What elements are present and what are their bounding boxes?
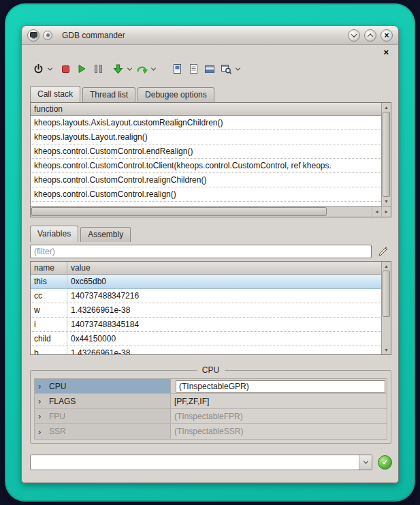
vertical-scrollbar[interactable]: ▴ ▾ (381, 262, 391, 354)
scroll-down-button[interactable]: ▾ (382, 197, 391, 206)
scrollbar-thumb[interactable] (31, 207, 327, 216)
clear-filter-icon[interactable] (376, 244, 391, 259)
chevron-down-icon (48, 65, 52, 70)
callstack-row[interactable]: kheops.layouts.Layout.realign() (31, 130, 381, 144)
callstack-row[interactable]: kheops.control.CustomControl.toClient(kh… (31, 159, 381, 173)
stop-icon (62, 65, 69, 73)
vertical-scrollbar[interactable]: ▴ ▾ (381, 103, 391, 206)
flags-row[interactable]: ›FLAGS [PF,ZF,IF] (35, 394, 387, 409)
command-input[interactable] (31, 455, 359, 470)
message-log-button[interactable] (169, 61, 185, 77)
variables-rows: this 0xc65db0 cc 140737488347216 w 1.432… (31, 275, 381, 354)
chevron-down-icon (351, 31, 357, 37)
expander-icon[interactable]: › (38, 382, 44, 391)
combo-dropdown-button[interactable] (359, 455, 372, 470)
window-title: GDB commander (62, 31, 125, 40)
maximize-button[interactable] (364, 29, 376, 42)
variable-row[interactable]: w 1.43266961e-38 (31, 303, 381, 318)
inspect-dropdown-button[interactable] (234, 67, 242, 71)
tab-assembly[interactable]: Assembly (80, 227, 131, 242)
cpu-row[interactable]: ›CPU (TInspectableGPR) (35, 379, 387, 394)
cpu-value-editor[interactable]: (TInspectableGPR) (176, 380, 385, 393)
ssr-row[interactable]: ›SSR (TInspectableSSR) (35, 424, 387, 439)
document-icon (172, 63, 182, 74)
pause-icon (95, 65, 102, 73)
variables-tabs: Variables Assembly (30, 226, 133, 242)
app-menu-button[interactable] (27, 29, 39, 42)
window-controls: × (348, 29, 393, 42)
step-over-button[interactable] (133, 61, 150, 77)
tab-thread-list[interactable]: Thread list (82, 87, 135, 102)
variables-grid: name value this 0xc65db0 cc 140737488347… (30, 261, 391, 355)
step-into-dropdown-button[interactable] (126, 67, 133, 71)
groupbox-title: CPU (197, 365, 225, 375)
console-view-button[interactable] (201, 61, 218, 77)
send-command-button[interactable]: ✓ (378, 455, 392, 470)
callstack-row[interactable]: kheops.control.CustomControl.realignChil… (31, 173, 381, 187)
panel-close-button[interactable]: × (383, 48, 389, 57)
cpu-groupbox: CPU ›CPU (TInspectableGPR) ›FLAGS [PF,ZF… (30, 370, 391, 444)
callstack-grid: function kheops.layouts.AxisLayout.custo… (30, 102, 391, 217)
tab-variables[interactable]: Variables (30, 226, 78, 242)
console-icon (204, 64, 215, 74)
expander-icon[interactable]: › (38, 427, 44, 436)
horizontal-scrollbar[interactable]: ◂ ▸ (31, 206, 391, 217)
minimize-button[interactable] (348, 29, 360, 42)
scrollbar-thumb[interactable] (383, 271, 390, 317)
callstack-row[interactable]: kheops.control.CustomControl.endRealign(… (31, 144, 381, 159)
power-dropdown-button[interactable] (46, 67, 54, 71)
scroll-left-button[interactable]: ◂ (372, 206, 381, 217)
callstack-row[interactable]: kheops.control.CustomControl.realign() (31, 187, 381, 202)
close-button[interactable]: × (381, 29, 393, 42)
window-search-icon (221, 63, 232, 74)
tab-call-stack[interactable]: Call stack (30, 86, 80, 102)
chevron-down-icon (363, 459, 368, 464)
list-icon (189, 63, 199, 74)
chevron-up-icon (368, 33, 373, 39)
step-over-icon (136, 63, 148, 74)
step-over-dropdown-button[interactable] (150, 67, 157, 71)
column-header-function[interactable]: function (31, 103, 381, 116)
scroll-up-button[interactable]: ▴ (382, 103, 391, 112)
scroll-up-button[interactable]: ▴ (382, 262, 391, 271)
pen-icon (378, 246, 389, 257)
app-icon (30, 32, 37, 39)
stop-button[interactable] (57, 61, 74, 77)
fpu-row[interactable]: ›FPU (TInspectableFPR) (35, 409, 387, 424)
tab-debugee-options[interactable]: Debugee options (138, 87, 214, 102)
variable-row[interactable]: child 0x44150000 (31, 332, 381, 346)
expander-icon[interactable]: › (38, 397, 44, 405)
step-into-icon (113, 64, 123, 74)
scrollbar-thumb[interactable] (383, 112, 390, 197)
continue-button[interactable] (74, 61, 90, 77)
pin-dot-icon (46, 33, 50, 37)
column-header-name[interactable]: name (31, 262, 67, 274)
inspect-button[interactable] (218, 61, 234, 77)
column-header-value[interactable]: value (67, 262, 381, 274)
scroll-down-button[interactable]: ▾ (382, 346, 391, 354)
debug-toolbar (30, 60, 242, 78)
check-icon: ✓ (382, 458, 388, 467)
run-icon (77, 64, 86, 74)
titlebar[interactable]: GDB commander × (22, 26, 398, 45)
power-icon (33, 64, 44, 74)
callstack-row[interactable]: kheops.layouts.AxisLayout.customRealignC… (31, 116, 381, 130)
variable-row[interactable]: cc 140737488347216 (31, 289, 381, 303)
variable-row[interactable]: b 1.43266961e-38 (31, 346, 381, 354)
variable-row[interactable]: i 140737488345184 (31, 318, 381, 332)
chevron-down-icon (127, 65, 132, 70)
pin-icon[interactable] (43, 31, 52, 40)
variables-header: name value (31, 262, 381, 275)
command-list-button[interactable] (185, 61, 201, 77)
callstack-tabs: Call stack Thread list Debugee options (30, 86, 216, 102)
callstack-rows: kheops.layouts.AxisLayout.customRealignC… (31, 116, 381, 206)
scroll-right-button[interactable]: ▸ (381, 206, 391, 217)
step-into-button[interactable] (110, 61, 126, 77)
expander-icon[interactable]: › (38, 412, 44, 420)
pause-button[interactable] (90, 61, 106, 77)
filter-input[interactable] (30, 245, 372, 258)
variable-row[interactable]: this 0xc65db0 (31, 275, 381, 289)
cpu-property-grid: ›CPU (TInspectableGPR) ›FLAGS [PF,ZF,IF]… (34, 378, 387, 440)
close-icon: × (384, 31, 389, 40)
power-button[interactable] (30, 61, 46, 77)
